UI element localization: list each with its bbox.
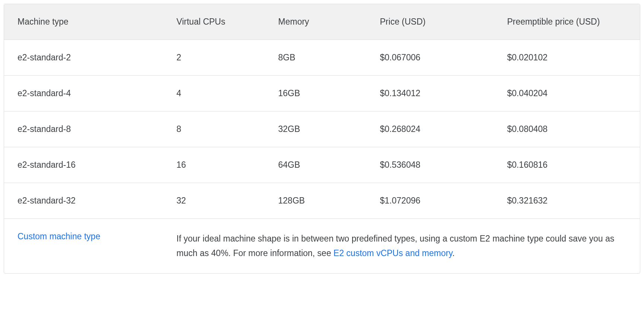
cell-price: $0.067006 <box>367 40 494 76</box>
footer-text-part2: . <box>452 248 455 258</box>
e2-custom-link[interactable]: E2 custom vCPUs and memory <box>334 248 452 258</box>
cell-memory: 128GB <box>265 183 366 219</box>
cell-preemptible: $0.160816 <box>494 147 640 183</box>
cell-memory: 64GB <box>265 147 366 183</box>
table-row: e2-standard-32 32 128GB $1.072096 $0.321… <box>4 183 640 219</box>
footer-text: If your ideal machine shape is in betwee… <box>176 234 614 258</box>
table-header-row: Machine type Virtual CPUs Memory Price (… <box>4 4 640 40</box>
header-price: Price (USD) <box>367 4 494 40</box>
table-row: e2-standard-2 2 8GB $0.067006 $0.020102 <box>4 40 640 76</box>
cell-custom-link: Custom machine type <box>4 219 163 274</box>
header-preemptible: Preemptible price (USD) <box>494 4 640 40</box>
cell-price: $0.268024 <box>367 111 494 147</box>
cell-preemptible: $0.040204 <box>494 76 640 111</box>
cell-price: $0.134012 <box>367 76 494 111</box>
cell-memory: 16GB <box>265 76 366 111</box>
pricing-table-container: Machine type Virtual CPUs Memory Price (… <box>4 4 640 274</box>
cell-vcpu: 32 <box>163 183 265 219</box>
cell-preemptible: $0.080408 <box>494 111 640 147</box>
cell-price: $0.536048 <box>367 147 494 183</box>
cell-machine-type: e2-standard-8 <box>4 111 163 147</box>
cell-memory: 32GB <box>265 111 366 147</box>
header-memory: Memory <box>265 4 366 40</box>
cell-price: $1.072096 <box>367 183 494 219</box>
cell-machine-type: e2-standard-4 <box>4 76 163 111</box>
table-row: e2-standard-4 4 16GB $0.134012 $0.040204 <box>4 76 640 111</box>
header-machine-type: Machine type <box>4 4 163 40</box>
table-row: e2-standard-8 8 32GB $0.268024 $0.080408 <box>4 111 640 147</box>
cell-machine-type: e2-standard-32 <box>4 183 163 219</box>
cell-memory: 8GB <box>265 40 366 76</box>
cell-machine-type: e2-standard-16 <box>4 147 163 183</box>
cell-vcpu: 16 <box>163 147 265 183</box>
pricing-table: Machine type Virtual CPUs Memory Price (… <box>4 4 640 273</box>
table-footer-row: Custom machine type If your ideal machin… <box>4 219 640 274</box>
table-row: e2-standard-16 16 64GB $0.536048 $0.1608… <box>4 147 640 183</box>
cell-vcpu: 4 <box>163 76 265 111</box>
cell-preemptible: $0.321632 <box>494 183 640 219</box>
cell-machine-type: e2-standard-2 <box>4 40 163 76</box>
custom-machine-type-link[interactable]: Custom machine type <box>17 231 100 241</box>
cell-vcpu: 2 <box>163 40 265 76</box>
header-vcpu: Virtual CPUs <box>163 4 265 40</box>
cell-preemptible: $0.020102 <box>494 40 640 76</box>
cell-vcpu: 8 <box>163 111 265 147</box>
cell-footer-description: If your ideal machine shape is in betwee… <box>163 219 640 274</box>
